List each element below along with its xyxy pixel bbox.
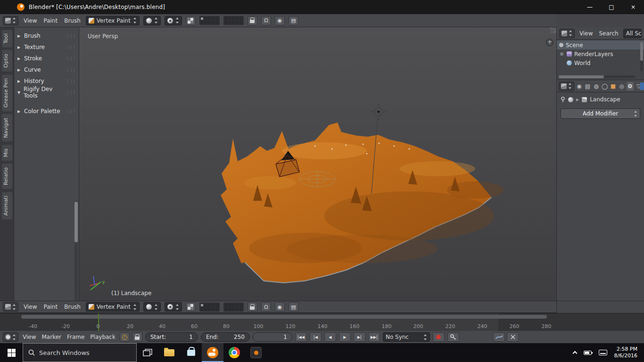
drag-grip-icon[interactable]: ⋮⋮⋮ (66, 67, 75, 72)
chrome-taskbar-button[interactable] (223, 343, 245, 362)
render-anim-button[interactable]: ▤ (289, 302, 298, 312)
object-tab-icon[interactable]: ■ (610, 82, 617, 90)
tab-animation[interactable]: Animati (2, 192, 12, 219)
outliner-hscrollbar[interactable] (559, 75, 635, 78)
render-tab-icon[interactable]: ◉ (576, 82, 583, 90)
panel-brush[interactable]: ▶ Brush ⋮⋮⋮ (14, 30, 79, 41)
outliner-view-menu[interactable]: View (578, 30, 594, 37)
timeline-frame-menu[interactable]: Frame (66, 334, 86, 340)
texture-toggle-button[interactable] (186, 16, 196, 25)
snap-button[interactable]: Ω (261, 302, 271, 312)
panel-history[interactable]: ▶ History ⋮⋮⋮ (14, 75, 79, 87)
next-tab-icon[interactable] (640, 82, 644, 90)
outliner-item-scene[interactable]: Scene (557, 41, 644, 49)
record-button[interactable] (433, 332, 445, 342)
drag-grip-icon[interactable]: ⋮⋮⋮ (66, 45, 75, 49)
play-reverse-button[interactable]: ◀ (324, 332, 336, 342)
drag-grip-icon[interactable]: ⋮⋮⋮ (66, 79, 75, 83)
scrollbar-thumb[interactable] (559, 75, 604, 78)
keying-set-button[interactable] (447, 332, 459, 342)
fcurve-button[interactable] (493, 332, 505, 342)
tab-misc[interactable]: Mis (2, 145, 12, 161)
touch-keyboard-icon[interactable] (599, 350, 607, 355)
tab-options[interactable]: Optio (2, 50, 12, 72)
frame-start-field[interactable]: Start: 1 (145, 332, 198, 342)
sync-mode-select[interactable]: No Sync (383, 332, 430, 342)
preview-range-button[interactable] (120, 332, 130, 342)
prev-keyframe-button[interactable]: |◀ (310, 332, 322, 342)
paint-menu[interactable]: Paint (42, 304, 59, 310)
jump-end-button[interactable]: ▶▶| (368, 332, 380, 342)
pivot-point-select[interactable] (165, 302, 182, 312)
scene-tab-icon[interactable]: ◍ (593, 82, 600, 90)
taskbar-clock[interactable]: 2:58 PM 8/6/2016 (614, 346, 637, 359)
taskbar-search-box[interactable]: Search Windows (23, 343, 137, 362)
outliner-item-world[interactable]: World (557, 58, 644, 67)
layer-grid-1[interactable] (199, 303, 220, 312)
tab-grease-pencil[interactable]: Grease Pen (2, 74, 12, 111)
timeline-lock-button[interactable] (132, 332, 142, 342)
viewport-shading-select[interactable] (143, 16, 161, 25)
frame-end-field[interactable]: End: 250 (201, 332, 250, 342)
timeline-view-menu[interactable]: View (21, 334, 37, 340)
view-menu[interactable]: View (22, 304, 38, 310)
scrollbar-thumb[interactable] (640, 42, 643, 61)
timeline-playback-menu[interactable]: Playback (89, 334, 117, 340)
panel-stroke[interactable]: ▶ Stroke ⋮⋮⋮ (14, 53, 79, 64)
world-tab-icon[interactable]: ◯ (601, 82, 608, 90)
store-button[interactable] (180, 343, 202, 362)
close-button[interactable]: × (622, 0, 644, 14)
terrain-mesh[interactable] (221, 123, 504, 282)
paint-menu[interactable]: Paint (42, 17, 59, 24)
app-taskbar-button[interactable] (245, 343, 267, 362)
lattice-object[interactable] (299, 172, 335, 187)
render-opengl-button[interactable]: ◉ (275, 16, 285, 25)
editor-type-button[interactable] (559, 82, 574, 91)
tab-navigation[interactable]: Navigat (2, 114, 12, 142)
drag-grip-icon[interactable]: ⋮⋮⋮ (66, 90, 75, 95)
tab-relations[interactable]: Relatio (2, 164, 12, 189)
toolshelf-scrollbar[interactable] (74, 201, 78, 301)
outliner-item-renderlayers[interactable]: ⊕ RenderLayers (557, 49, 644, 58)
file-explorer-button[interactable] (158, 343, 180, 362)
scrollbar-thumb[interactable] (74, 202, 78, 242)
area-resize-grip[interactable] (550, 27, 556, 33)
panel-texture[interactable]: ▶ Texture ⋮⋮⋮ (14, 41, 79, 53)
outliner-filter-select[interactable]: All Sc (623, 29, 642, 38)
viewport-scene[interactable]: y (79, 27, 556, 301)
mode-select[interactable]: Vertex Paint (86, 302, 140, 312)
layer-grid-1[interactable] (199, 16, 220, 25)
editor-type-button[interactable] (3, 16, 18, 25)
battery-icon[interactable] (584, 351, 592, 355)
texture-toggle-button[interactable] (186, 302, 196, 312)
constraints-tab-icon[interactable]: ◎ (618, 82, 625, 90)
drag-grip-icon[interactable]: ⋮⋮⋮ (66, 33, 75, 38)
timeline-ruler[interactable]: -40 -20 0 20 40 60 80 100 120 140 160 18… (0, 313, 644, 331)
hidden-icons-chevron[interactable] (572, 351, 577, 356)
timeline-marker-menu[interactable]: Marker (40, 334, 62, 340)
start-button[interactable] (0, 343, 23, 362)
task-view-button[interactable] (137, 343, 158, 362)
modifiers-tab-icon[interactable]: ⚙ (627, 82, 634, 90)
expand-region-button[interactable]: + (546, 39, 553, 46)
panel-curve[interactable]: ▶ Curve ⋮⋮⋮ (14, 64, 79, 75)
snap-button[interactable]: Ω (261, 16, 271, 25)
lock-button[interactable] (248, 16, 257, 25)
expand-plus-icon[interactable]: ⊕ (559, 51, 564, 57)
mode-select[interactable]: Vertex Paint (86, 16, 140, 25)
panel-rigify-dev-tools[interactable]: ▼ Rigify Dev Tools ⋮⋮⋮ (14, 87, 79, 98)
tab-tool[interactable]: Tool (2, 30, 12, 47)
render-layers-tab-icon[interactable]: ▤ (584, 82, 591, 90)
render-opengl-button[interactable]: ◉ (275, 302, 285, 312)
editor-type-button[interactable] (3, 332, 18, 342)
brush-menu[interactable]: Brush (63, 304, 82, 310)
play-button[interactable]: ▶ (339, 332, 351, 342)
blender-taskbar-button[interactable] (202, 343, 223, 362)
current-frame-field[interactable]: 1 (253, 332, 292, 342)
layer-grid-2[interactable] (223, 303, 244, 312)
drag-grip-icon[interactable]: ⋮⋮⋮ (66, 56, 75, 61)
drag-grip-icon[interactable]: ⋮⋮⋮ (66, 109, 75, 114)
next-keyframe-button[interactable]: ▶| (354, 332, 365, 342)
layer-grid-2[interactable] (223, 16, 244, 25)
editor-type-button[interactable] (3, 302, 18, 312)
